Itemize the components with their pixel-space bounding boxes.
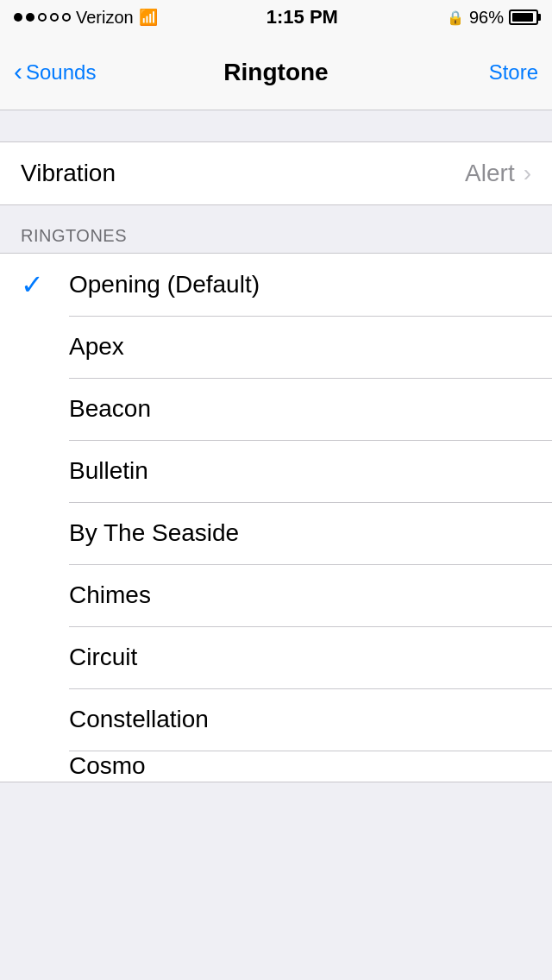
- page-title: Ringtone: [223, 59, 328, 86]
- vibration-group: Vibration Alert ›: [0, 141, 552, 205]
- vibration-chevron-icon: ›: [524, 160, 531, 187]
- back-label: Sounds: [26, 60, 96, 85]
- battery-fill: [512, 13, 533, 22]
- store-button[interactable]: Store: [489, 60, 538, 85]
- back-chevron-icon: ‹: [14, 59, 22, 85]
- signal-dot-5: [62, 13, 71, 22]
- ringtones-section-label: RINGTONES: [21, 226, 127, 246]
- ringtone-row[interactable]: By The Seaside: [0, 502, 552, 564]
- ringtone-name: Constellation: [69, 706, 209, 733]
- ringtone-row[interactable]: Cosmo: [0, 751, 552, 782]
- status-time: 1:15 PM: [267, 6, 338, 28]
- ringtone-row[interactable]: Apex: [0, 316, 552, 378]
- ringtone-row[interactable]: Chimes: [0, 564, 552, 626]
- ringtone-name: Apex: [69, 333, 124, 361]
- vibration-label: Vibration: [21, 160, 465, 187]
- ringtone-name: Opening (Default): [69, 271, 260, 298]
- ringtone-list: ✓Opening (Default)ApexBeaconBulletinBy T…: [0, 254, 552, 782]
- ringtones-section-header: RINGTONES: [0, 205, 552, 254]
- battery-percentage: 96%: [469, 8, 504, 28]
- ringtone-row[interactable]: Beacon: [0, 378, 552, 440]
- vibration-row[interactable]: Vibration Alert ›: [0, 142, 552, 204]
- top-spacer: [0, 110, 552, 141]
- navigation-bar: ‹ Sounds Ringtone Store: [0, 35, 552, 110]
- ringtone-name: Bulletin: [69, 457, 148, 485]
- signal-dot-2: [26, 13, 34, 22]
- status-left: Verizon 📶: [14, 8, 158, 28]
- checkmark-icon: ✓: [21, 268, 44, 301]
- signal-dot-4: [50, 13, 59, 22]
- battery-icon: [509, 9, 538, 25]
- vibration-value: Alert: [465, 160, 515, 187]
- checkmark-area: ✓: [21, 268, 69, 301]
- ringtone-name: By The Seaside: [69, 519, 239, 547]
- ringtone-row[interactable]: Constellation: [0, 688, 552, 751]
- carrier-label: Verizon: [76, 8, 134, 28]
- ringtone-row[interactable]: Circuit: [0, 626, 552, 688]
- wifi-icon: 📶: [139, 8, 158, 27]
- ringtone-name: Chimes: [69, 581, 151, 609]
- ringtone-name: Circuit: [69, 644, 137, 671]
- ringtone-row[interactable]: Bulletin: [0, 440, 552, 502]
- lock-icon: 🔒: [447, 9, 464, 26]
- signal-dot-1: [14, 13, 22, 22]
- status-bar: Verizon 📶 1:15 PM 🔒 96%: [0, 0, 552, 35]
- status-right: 🔒 96%: [447, 8, 538, 28]
- signal-dots: [14, 13, 71, 22]
- ringtone-row[interactable]: ✓Opening (Default): [0, 254, 552, 316]
- signal-dot-3: [38, 13, 47, 22]
- back-button[interactable]: ‹ Sounds: [14, 60, 96, 85]
- ringtone-name: Beacon: [69, 395, 151, 423]
- ringtone-name: Cosmo: [69, 752, 146, 780]
